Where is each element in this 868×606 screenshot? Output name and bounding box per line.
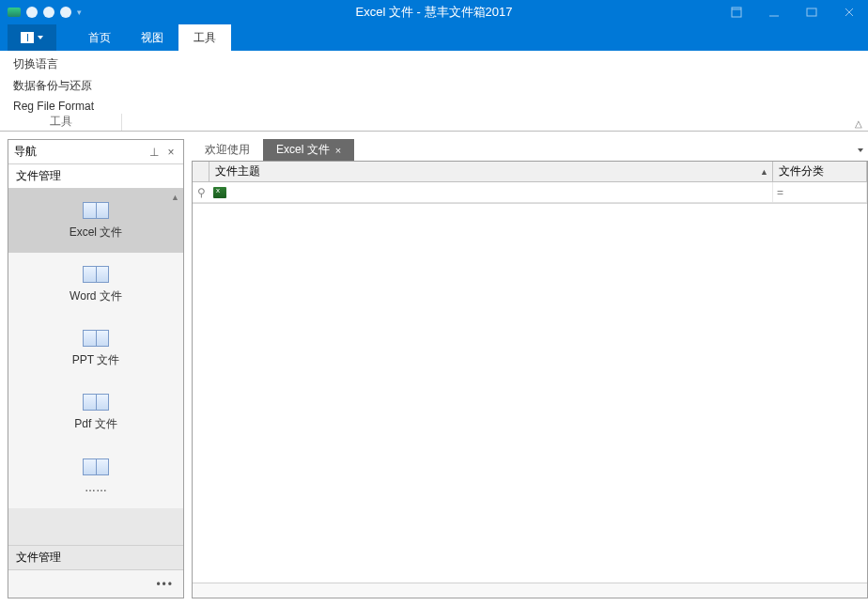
ribbon-item-backup-restore[interactable]: 数据备份与还原 [8,76,100,96]
ribbon-body: 切换语言 数据备份与还原 Reg File Format 工具 △ [0,51,868,132]
svg-rect-3 [807,8,816,16]
grid-filter-subject[interactable] [209,182,773,202]
title-bar: ▾ Excel 文件 - 慧丰文件箱2017 [0,0,868,24]
filter-row-indicator[interactable]: ⚲ [193,182,209,202]
grid-header-row: 文件主题 ▲ 文件分类 [193,162,867,182]
ribbon-item-switch-language[interactable]: 切换语言 [8,54,100,74]
ribbon-display-options-button[interactable] [718,0,755,24]
column-label: 文件主题 [215,163,260,179]
nav-item-word[interactable]: Word 文件 [8,253,183,317]
grid-corner-cell[interactable] [193,162,209,181]
navigation-body: ▲ Excel 文件 Word 文件 PPT 文件 Pdf 文件 [8,189,183,598]
nav-item-pdf[interactable]: Pdf 文件 [8,381,183,444]
sort-ascending-icon: ▲ [760,167,768,177]
nav-item-label: Excel 文件 [70,225,123,241]
ribbon-tab-strip: 首页 视图 工具 [0,24,868,51]
folder-tile-icon [83,266,109,283]
excel-file-icon [213,187,226,198]
maximize-button[interactable] [793,0,830,24]
document-tab-label: Excel 文件 [276,142,330,158]
ribbon-item-reg-file-format[interactable]: Reg File Format [8,98,100,115]
nav-item-excel[interactable]: Excel 文件 [8,189,183,253]
ribbon-tab-tools[interactable]: 工具 [178,24,231,51]
workspace: 导航 ⊥ × 文件管理 ▲ Excel 文件 Word 文件 PPT 文件 [0,132,868,606]
document-area: 欢迎使用 Excel 文件 × 文件主题 ▲ 文件分类 ⚲ [192,139,868,598]
grid-column-header-category[interactable]: 文件分类 [773,162,867,181]
grid-filter-category[interactable]: = [773,182,867,202]
file-menu-button[interactable] [8,24,56,51]
navigation-panel: 导航 ⊥ × 文件管理 ▲ Excel 文件 Word 文件 PPT 文件 [8,139,184,598]
navigation-panel-header: 导航 ⊥ × [8,140,183,164]
grid-footer [193,583,867,598]
chevron-down-icon [38,36,43,39]
pin-icon[interactable]: ⊥ [147,146,161,159]
ribbon-tab-view[interactable]: 视图 [126,24,178,51]
data-grid: 文件主题 ▲ 文件分类 ⚲ = [192,162,868,598]
panel-close-icon[interactable]: × [164,146,178,159]
quick-access-button-3[interactable] [60,7,71,18]
folder-tile-icon [83,202,109,219]
window-controls [718,0,868,24]
navigation-section-title[interactable]: 文件管理 [8,164,183,189]
grid-body[interactable] [193,203,867,583]
nav-scroll-up-button[interactable]: ▲ [171,193,179,202]
quick-access-dropdown-icon[interactable]: ▾ [77,8,82,17]
navigation-bottom-bar[interactable]: 文件管理 [8,545,183,569]
nav-item-label: Pdf 文件 [74,416,116,432]
folder-tile-icon [83,458,109,475]
column-label: 文件分类 [779,163,824,179]
ribbon-tab-home[interactable]: 首页 [73,24,126,51]
filter-operator: = [777,186,783,199]
nav-item-label: PPT 文件 [72,352,119,368]
quick-access-button-1[interactable] [26,7,38,18]
navigation-items: Excel 文件 Word 文件 PPT 文件 Pdf 文件 …… [8,189,183,508]
ribbon-group-label: 工具 [0,114,122,131]
document-tab-strip: 欢迎使用 Excel 文件 × [192,139,868,162]
nav-item-label: …… [85,481,107,494]
ribbon-group-tools: 切换语言 数据备份与还原 Reg File Format [8,54,100,115]
document-tabs-dropdown[interactable] [853,139,868,161]
chevron-down-icon [858,148,863,152]
document-tab-welcome[interactable]: 欢迎使用 [192,139,263,161]
titlebar-left-icons: ▾ [0,7,82,18]
grid-filter-row: ⚲ = [193,182,867,203]
nav-item-label: Word 文件 [70,288,122,304]
folder-tile-icon [83,330,109,347]
tab-close-icon[interactable]: × [335,145,341,156]
ribbon-collapse-button[interactable]: △ [855,118,862,129]
document-tab-label: 欢迎使用 [205,142,250,158]
document-tab-excel[interactable]: Excel 文件 × [263,139,354,161]
folder-tile-icon [83,394,109,411]
file-menu-icon [21,32,34,43]
navigation-overflow-button[interactable]: ••• [8,569,183,598]
nav-item-ppt[interactable]: PPT 文件 [8,317,183,381]
navigation-panel-title: 导航 [14,144,37,160]
app-icon [8,8,21,17]
minimize-button[interactable] [755,0,793,24]
quick-access-button-2[interactable] [43,7,54,18]
nav-item-more[interactable]: …… [8,444,183,508]
grid-column-header-subject[interactable]: 文件主题 ▲ [209,162,773,181]
close-button[interactable] [830,0,868,24]
